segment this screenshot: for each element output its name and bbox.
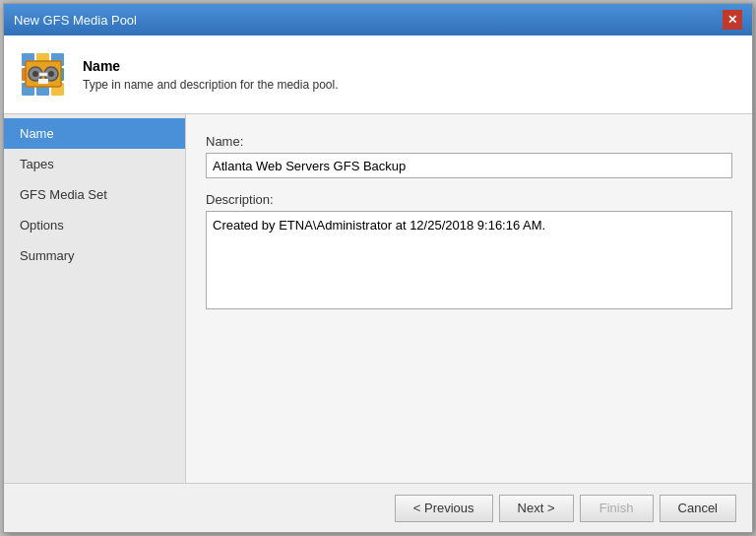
next-button[interactable]: Next > bbox=[499, 495, 574, 522]
main-content: Name: Description: Created by ETNA\Admin… bbox=[186, 114, 752, 483]
name-field-group: Name: bbox=[206, 134, 732, 178]
description-label: Description: bbox=[206, 192, 732, 207]
tape-icon-svg bbox=[20, 51, 67, 99]
description-textarea[interactable]: Created by ETNA\Administrator at 12/25/2… bbox=[206, 211, 732, 309]
sidebar-item-options[interactable]: Options bbox=[4, 210, 185, 240]
sidebar-item-name[interactable]: Name bbox=[4, 118, 185, 149]
main-window: New GFS Media Pool ✕ bbox=[3, 3, 753, 533]
header-subtitle: Type in name and description for the med… bbox=[83, 78, 339, 92]
name-label: Name: bbox=[206, 134, 732, 149]
footer: < Previous Next > Finish Cancel bbox=[4, 483, 752, 532]
header-panel: Name Type in name and description for th… bbox=[4, 35, 752, 114]
sidebar-item-gfs-media-set[interactable]: GFS Media Set bbox=[4, 179, 185, 210]
sidebar: Name Tapes GFS Media Set Options Summary bbox=[4, 114, 186, 483]
finish-button[interactable]: Finish bbox=[580, 495, 654, 522]
header-title: Name bbox=[83, 58, 339, 74]
title-bar: New GFS Media Pool ✕ bbox=[4, 4, 752, 35]
name-input[interactable] bbox=[206, 153, 732, 178]
close-button[interactable]: ✕ bbox=[723, 10, 742, 30]
content-area: Name Tapes GFS Media Set Options Summary… bbox=[4, 114, 752, 483]
description-field-group: Description: Created by ETNA\Administrat… bbox=[206, 192, 732, 312]
cancel-button[interactable]: Cancel bbox=[660, 495, 736, 522]
sidebar-item-summary[interactable]: Summary bbox=[4, 240, 185, 271]
svg-point-13 bbox=[48, 71, 54, 77]
svg-rect-15 bbox=[39, 73, 47, 76]
header-text: Name Type in name and description for th… bbox=[83, 58, 339, 92]
header-icon bbox=[20, 51, 67, 99]
sidebar-item-tapes[interactable]: Tapes bbox=[4, 149, 185, 179]
svg-rect-14 bbox=[38, 79, 48, 84]
previous-button[interactable]: < Previous bbox=[395, 495, 493, 522]
svg-point-12 bbox=[32, 71, 38, 77]
window-title: New GFS Media Pool bbox=[14, 13, 137, 28]
